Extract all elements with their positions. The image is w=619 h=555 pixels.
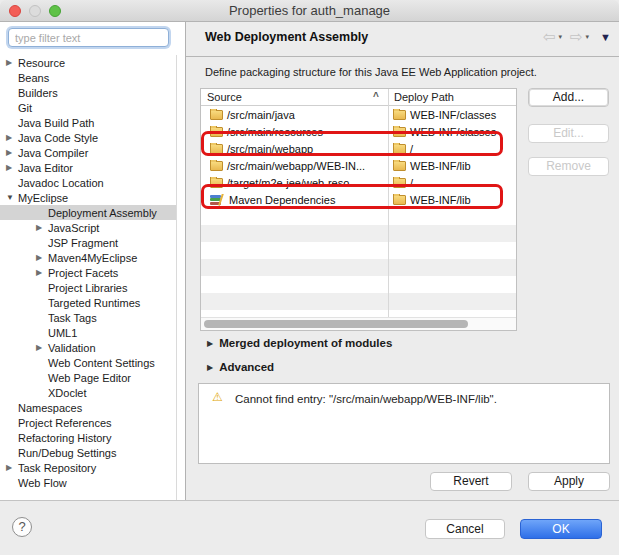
source-path: /target/m2e-jee/web-reso... <box>227 177 358 189</box>
tree-item-web-flow[interactable]: Web Flow <box>0 475 176 490</box>
chevron-collapsed-icon[interactable]: ▶ <box>6 130 17 145</box>
table-row-src-main-webapp[interactable]: /src/main/webapp/ <box>201 140 516 157</box>
tree-item-builders[interactable]: Builders <box>0 85 176 100</box>
table-row-src-main-webapp-web-in[interactable]: /src/main/webapp/WEB-IN...WEB-INF/lib <box>201 157 516 174</box>
tree-item-uml1[interactable]: UML1 <box>0 325 176 340</box>
table-row-src-main-java[interactable]: /src/main/javaWEB-INF/classes <box>201 106 516 123</box>
tree-item-label: Java Code Style <box>17 132 98 144</box>
chevron-collapsed-icon[interactable]: ▶ <box>6 160 17 175</box>
source-path: Maven Dependencies <box>229 194 335 206</box>
tree-item-refactoring-history[interactable]: Refactoring History <box>0 430 176 445</box>
folder-icon <box>210 178 223 188</box>
page-description: Define packaging structure for this Java… <box>205 66 537 78</box>
tree-item-javadoc-location[interactable]: Javadoc Location <box>0 175 176 190</box>
deploy-path-cell: / <box>388 143 516 155</box>
source-cell: /src/main/resources <box>201 126 388 138</box>
deploy-path-cell: WEB-INF/lib <box>388 160 516 172</box>
section-advanced[interactable]: ▶ Advanced <box>207 361 274 373</box>
deploy-path: WEB-INF/lib <box>410 194 471 206</box>
library-icon <box>210 194 225 206</box>
table-row-maven-dependencies[interactable]: Maven DependenciesWEB-INF/lib <box>201 191 516 208</box>
cancel-button[interactable]: Cancel <box>425 519 505 539</box>
chevron-collapsed-icon[interactable]: ▶ <box>6 55 17 70</box>
forward-arrow-icon[interactable]: ⇨ <box>570 29 583 45</box>
tree-item-jsp-fragment[interactable]: JSP Fragment <box>0 235 176 250</box>
deploy-path: / <box>410 177 413 189</box>
tree-item-beans[interactable]: Beans <box>0 70 176 85</box>
apply-button[interactable]: Apply <box>528 472 610 491</box>
chevron-collapsed-icon[interactable]: ▶ <box>36 220 47 235</box>
tree-item-targeted-runtimes[interactable]: Targeted Runtimes <box>0 295 176 310</box>
table-row-target-m2e-jee-web-reso[interactable]: /target/m2e-jee/web-reso.../ <box>201 174 516 191</box>
tree-item-java-build-path[interactable]: Java Build Path <box>0 115 176 130</box>
deploy-path: WEB-INF/lib <box>410 160 471 172</box>
deploy-path: / <box>410 143 413 155</box>
tree-item-git[interactable]: Git <box>0 100 176 115</box>
column-header-source[interactable]: Source <box>207 91 242 103</box>
view-menu-icon[interactable]: ▼ <box>600 31 611 43</box>
tree-item-project-libraries[interactable]: Project Libraries <box>0 280 176 295</box>
folder-icon <box>393 144 406 154</box>
add-button[interactable]: Add... <box>528 88 609 107</box>
chevron-collapsed-icon[interactable]: ▶ <box>36 340 47 355</box>
column-divider[interactable] <box>388 89 389 317</box>
chevron-collapsed-icon[interactable]: ▶ <box>36 250 47 265</box>
ok-button[interactable]: OK <box>520 519 602 539</box>
tree-item-java-code-style[interactable]: ▶Java Code Style <box>0 130 176 145</box>
tree-item-label: Beans <box>17 72 49 84</box>
section-merged-deployment[interactable]: ▶ Merged deployment of modules <box>207 337 392 349</box>
horizontal-scrollbar-thumb[interactable] <box>204 320 468 328</box>
folder-icon <box>210 161 223 171</box>
tree-item-label: Task Repository <box>17 462 96 474</box>
tree-item-project-facets[interactable]: ▶Project Facets <box>0 265 176 280</box>
table-row-src-main-resources[interactable]: /src/main/resourcesWEB-INF/classes <box>201 123 516 140</box>
filter-input[interactable] <box>8 28 169 47</box>
tree-item-label: Java Build Path <box>17 117 94 129</box>
tree-item-label: XDoclet <box>47 387 87 399</box>
tree-item-resource[interactable]: ▶Resource <box>0 55 176 70</box>
tree-item-task-repository[interactable]: ▶Task Repository <box>0 460 176 475</box>
tree-item-project-references[interactable]: Project References <box>0 415 176 430</box>
tree-item-web-page-editor[interactable]: Web Page Editor <box>0 370 176 385</box>
help-button[interactable]: ? <box>12 517 32 537</box>
edit-button: Edit... <box>528 124 609 143</box>
tree-item-xdoclet[interactable]: XDoclet <box>0 385 176 400</box>
tree-item-task-tags[interactable]: Task Tags <box>0 310 176 325</box>
chevron-expanded-icon[interactable]: ▼ <box>6 190 17 205</box>
chevron-collapsed-icon[interactable]: ▶ <box>36 265 47 280</box>
chevron-collapsed-icon[interactable]: ▶ <box>6 460 17 475</box>
tree-item-label: Namespaces <box>17 402 82 414</box>
deploy-path-cell: WEB-INF/classes <box>388 126 516 138</box>
tree-item-run-debug-settings[interactable]: Run/Debug Settings <box>0 445 176 460</box>
tree-item-java-compiler[interactable]: ▶Java Compiler <box>0 145 176 160</box>
header-separator <box>186 56 619 57</box>
tree-item-namespaces[interactable]: Namespaces <box>0 400 176 415</box>
section-label: Advanced <box>219 361 274 373</box>
tree-item-label: Web Content Settings <box>47 357 155 369</box>
folder-icon <box>393 195 406 205</box>
tree-item-myeclipse[interactable]: ▼MyEclipse <box>0 190 176 205</box>
tree-item-javascript[interactable]: ▶JavaScript <box>0 220 176 235</box>
title-bar: Properties for auth_manage <box>0 0 619 22</box>
tree-item-validation[interactable]: ▶Validation <box>0 340 176 355</box>
back-menu-caret-icon[interactable]: ▾ <box>559 33 563 41</box>
folder-icon <box>393 127 406 137</box>
column-header-deploy-path[interactable]: Deploy Path <box>394 91 454 103</box>
tree-item-label: Resource <box>17 57 65 69</box>
tree-item-label: Java Compiler <box>17 147 88 159</box>
chevron-collapsed-icon[interactable]: ▶ <box>6 145 17 160</box>
forward-menu-caret-icon[interactable]: ▾ <box>586 33 590 41</box>
sort-ascending-icon[interactable]: ^ <box>373 91 379 102</box>
tree-item-web-content-settings[interactable]: Web Content Settings <box>0 355 176 370</box>
tree-item-deployment-assembly[interactable]: Deployment Assembly <box>0 205 176 220</box>
deploy-path-cell: WEB-INF/classes <box>388 109 516 121</box>
back-arrow-icon[interactable]: ⇦ <box>543 29 556 45</box>
tree-edge-divider <box>176 55 177 500</box>
folder-icon <box>210 110 223 120</box>
horizontal-scrollbar[interactable] <box>201 317 516 330</box>
tree-item-java-editor[interactable]: ▶Java Editor <box>0 160 176 175</box>
footer-bar: ? Cancel OK <box>0 500 619 555</box>
tree-item-maven4myeclipse[interactable]: ▶Maven4MyEclipse <box>0 250 176 265</box>
revert-button[interactable]: Revert <box>430 472 512 491</box>
warning-icon: ⚠ <box>212 390 223 404</box>
